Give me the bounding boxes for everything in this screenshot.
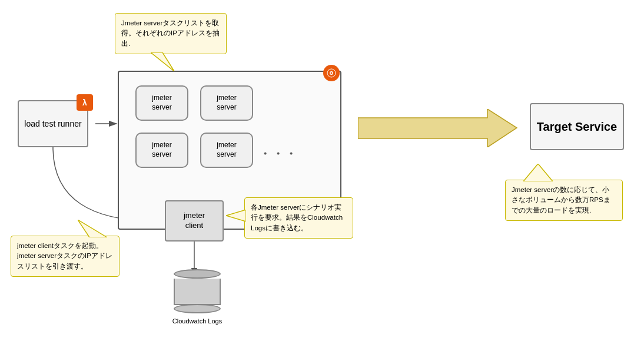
callout-top-pointer <box>151 52 180 71</box>
callout-bottom-left: jmeter clientタスクを起動。jmeter serverタスクのIPア… <box>11 236 119 277</box>
callout-right-pointer <box>226 210 246 221</box>
cloudwatch-logs: Cloudwatch Logs <box>171 277 224 318</box>
svg-marker-8 <box>358 109 517 147</box>
svg-marker-13 <box>78 220 107 237</box>
target-service-box: Target Service <box>530 103 624 150</box>
callout-bottom-right: Jmeter serverの数に応じて、小さなボリュームから数万RPSまでの大量… <box>505 180 623 221</box>
cw-top-ellipse <box>174 269 221 279</box>
jmeter-server-2: jmeterserver <box>200 85 253 121</box>
jmeter-server-1: jmeterserver <box>135 85 188 121</box>
jmeter-server-4-label: jmeterserver <box>217 141 236 159</box>
jmeter-server-2-label: jmeterserver <box>217 94 236 112</box>
target-service-label: Target Service <box>537 119 617 134</box>
jmeter-server-3-label: jmeterserver <box>152 141 171 159</box>
callout-right-client: 各Jmeter serverにシナリオ実行を要求。結果をCloudwatch L… <box>244 197 353 239</box>
jmeter-server-3: jmeterserver <box>135 133 188 168</box>
diagram-container: load test runner λ jmeterserver jmeterse… <box>0 0 644 344</box>
cloudwatch-label: Cloudwatch Logs <box>172 317 222 325</box>
cw-bottom-ellipse <box>174 304 221 313</box>
load-test-runner-label: load test runner <box>24 118 81 129</box>
callout-bottom-right-pointer <box>523 164 553 181</box>
svg-point-11 <box>331 72 333 74</box>
jmeter-client-box: jmeterclient <box>165 200 224 242</box>
svg-marker-14 <box>226 210 246 221</box>
cw-body <box>174 279 221 305</box>
callout-right-client-text: 各Jmeter serverにシナリオ実行を要求。結果をCloudwatch L… <box>251 204 343 231</box>
lambda-icon: λ <box>77 94 93 111</box>
svg-marker-15 <box>523 164 553 181</box>
callout-top: Jmeter serverタスクリストを取得。それぞれのIPアドレスを抽出. <box>115 13 227 54</box>
ecs-icon <box>323 65 340 81</box>
callout-bottom-left-pointer <box>78 220 107 237</box>
callout-top-text: Jmeter serverタスクリストを取得。それぞれのIPアドレスを抽出. <box>121 19 220 47</box>
callout-bottom-left-text: jmeter clientタスクを起動。jmeter serverタスクのIPア… <box>17 242 112 270</box>
ellipsis-dots: ・・・ <box>259 146 298 162</box>
cloudwatch-cylinder <box>174 269 221 315</box>
svg-marker-12 <box>151 52 174 71</box>
jmeter-server-4: jmeterserver <box>200 133 253 168</box>
big-arrow-svg <box>358 109 523 147</box>
jmeter-client-label: jmeterclient <box>184 211 205 231</box>
jmeter-server-1-label: jmeterserver <box>152 94 171 112</box>
callout-bottom-right-text: Jmeter serverの数に応じて、小さなボリュームから数万RPSまでの大量… <box>512 186 610 214</box>
